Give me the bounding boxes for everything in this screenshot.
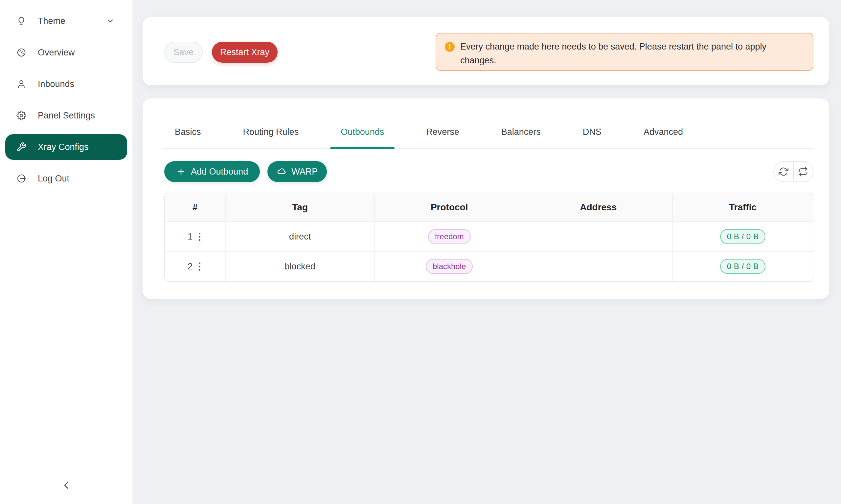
save-button[interactable]: Save xyxy=(164,42,203,63)
logout-icon xyxy=(16,174,26,183)
row-address xyxy=(524,222,673,252)
repeat-icon xyxy=(798,167,808,177)
alert-text: Every change made here needs to be saved… xyxy=(460,40,782,70)
plus-icon xyxy=(176,167,186,177)
sidebar-item-label: Panel Settings xyxy=(38,111,95,121)
sidebar-item-panel-settings[interactable]: Panel Settings xyxy=(5,103,127,128)
sidebar-nav: Theme Overview xyxy=(0,0,132,191)
protocol-badge: freedom xyxy=(428,229,471,244)
refresh-button[interactable] xyxy=(774,162,794,181)
sidebar-item-xray-configs[interactable]: Xray Configs xyxy=(5,134,127,160)
table-row: 2 blocked blackhole 0 B / 0 B xyxy=(165,252,813,281)
sidebar-item-label: Overview xyxy=(38,48,75,58)
row-index: 1 xyxy=(188,232,192,242)
tab-dns[interactable]: DNS xyxy=(572,126,612,148)
wrench-icon xyxy=(16,142,26,152)
table-toolbar xyxy=(773,161,813,182)
gear-icon xyxy=(16,111,26,121)
save-restart-card: Save Restart Xray ! Every change made he… xyxy=(142,17,829,85)
column-header-address: Address xyxy=(524,193,673,222)
sidebar-item-theme[interactable]: Theme xyxy=(5,8,127,34)
tab-routing-rules[interactable]: Routing Rules xyxy=(233,126,309,148)
sidebar-item-label: Xray Configs xyxy=(38,142,89,152)
tab-balancers[interactable]: Balancers xyxy=(491,126,551,148)
warp-button[interactable]: WARP xyxy=(268,161,327,182)
sidebar-item-inbounds[interactable]: Inbounds xyxy=(5,71,127,97)
restart-xray-button[interactable]: Restart Xray xyxy=(212,42,278,63)
table-row: 1 direct freedom 0 B / 0 B xyxy=(165,222,813,252)
chevron-left-icon xyxy=(61,487,72,492)
column-header-traffic: Traffic xyxy=(673,193,813,222)
lightbulb-icon xyxy=(16,16,26,26)
column-header-index: # xyxy=(165,193,226,222)
traffic-badge: 0 B / 0 B xyxy=(720,259,766,274)
table-header-row: # Tag Protocol Address Traffic xyxy=(165,193,813,222)
outbound-actions: Add Outbound WARP xyxy=(164,161,813,182)
refresh-icon xyxy=(778,167,788,177)
add-outbound-label: Add Outbound xyxy=(191,167,248,177)
sidebar-item-label: Inbounds xyxy=(38,79,74,89)
sidebar-item-label: Theme xyxy=(38,16,65,26)
sidebar: Theme Overview xyxy=(0,0,132,504)
xray-panel-app: Theme Overview xyxy=(0,0,841,504)
row-address xyxy=(524,252,673,281)
protocol-badge: blackhole xyxy=(426,259,473,274)
user-icon xyxy=(16,79,26,89)
warning-icon: ! xyxy=(445,42,455,52)
column-header-protocol: Protocol xyxy=(375,193,525,222)
add-outbound-button[interactable]: Add Outbound xyxy=(164,161,260,182)
row-tag: blocked xyxy=(226,252,375,281)
row-menu-button[interactable] xyxy=(197,260,202,273)
tab-outbounds[interactable]: Outbounds xyxy=(330,126,395,148)
sidebar-item-label: Log Out xyxy=(38,174,69,184)
cloud-icon xyxy=(277,167,287,177)
row-tag: direct xyxy=(226,222,375,252)
tab-advanced[interactable]: Advanced xyxy=(633,126,693,148)
tab-basics[interactable]: Basics xyxy=(164,126,211,148)
row-index: 2 xyxy=(188,262,192,272)
xray-config-card: Basics Routing Rules Outbounds Reverse B… xyxy=(142,98,829,299)
reload-outbounds-button[interactable] xyxy=(794,162,813,181)
tab-bar: Basics Routing Rules Outbounds Reverse B… xyxy=(164,126,813,149)
outbounds-table: # Tag Protocol Address Traffic 1 xyxy=(164,193,813,282)
tab-reverse[interactable]: Reverse xyxy=(416,126,470,148)
sidebar-collapse-button[interactable] xyxy=(56,478,76,493)
column-header-tag: Tag xyxy=(226,193,375,222)
sidebar-item-log-out[interactable]: Log Out xyxy=(5,166,127,191)
row-menu-button[interactable] xyxy=(197,230,202,244)
chevron-down-icon xyxy=(106,17,115,25)
main-content: Save Restart Xray ! Every change made he… xyxy=(132,0,841,504)
traffic-badge: 0 B / 0 B xyxy=(720,229,766,244)
sidebar-item-overview[interactable]: Overview xyxy=(5,40,127,65)
dashboard-icon xyxy=(16,48,26,57)
warp-label: WARP xyxy=(291,167,318,177)
restart-warning-alert: ! Every change made here needs to be sav… xyxy=(435,33,813,71)
